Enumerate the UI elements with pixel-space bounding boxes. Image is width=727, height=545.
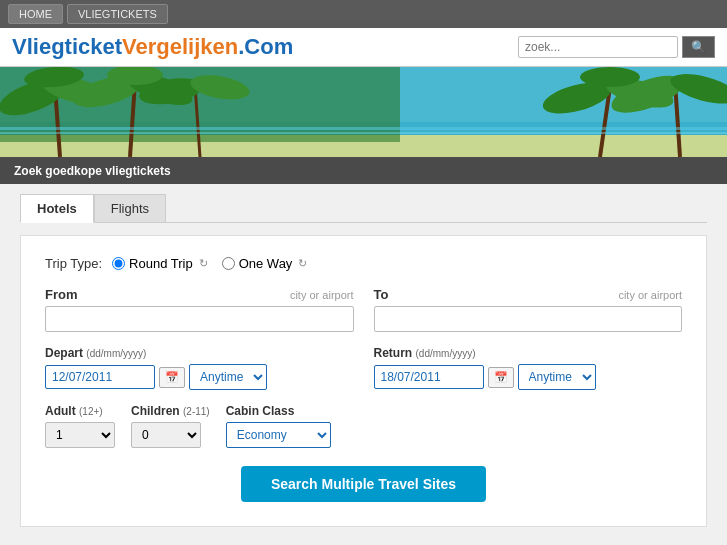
svg-rect-23 [0, 132, 727, 134]
trip-type-row: Trip Type: Round Trip ↻ One Way ↻ [45, 256, 682, 271]
svg-rect-22 [0, 127, 727, 130]
gray-banner: Zoek goedkope vliegtickets [0, 157, 727, 184]
round-trip-label: Round Trip [129, 256, 193, 271]
tab-flights[interactable]: Flights [94, 194, 166, 222]
from-to-row: From city or airport To city or airport [45, 287, 682, 332]
depart-calendar-icon[interactable]: 📅 [159, 367, 185, 388]
children-label: Children (2-11) [131, 404, 210, 418]
children-group: Children (2-11) 0 1 2 3 4 [131, 404, 210, 448]
depart-anytime-select[interactable]: Anytime [189, 364, 267, 390]
search-travel-button[interactable]: Search Multiple Travel Sites [241, 466, 486, 502]
adult-label: Adult (12+) [45, 404, 115, 418]
one-way-option[interactable]: One Way ↻ [222, 256, 308, 271]
adult-select[interactable]: 1 2 3 4 5 6 [45, 422, 115, 448]
return-label: Return (dd/mm/yyyy) [374, 346, 683, 360]
to-input[interactable] [374, 306, 683, 332]
to-hint: city or airport [618, 289, 682, 301]
tab-bar: Hotels Flights [20, 194, 707, 223]
from-label: From [45, 287, 78, 302]
form-area: Trip Type: Round Trip ↻ One Way ↻ From [20, 235, 707, 527]
home-nav-button[interactable]: HOME [8, 4, 63, 24]
one-way-radio[interactable] [222, 257, 235, 270]
round-trip-icon: ↻ [199, 257, 208, 270]
adult-group: Adult (12+) 1 2 3 4 5 6 [45, 404, 115, 448]
top-nav: HOME VLIEGTICKETS [0, 0, 727, 28]
hero-image [0, 67, 727, 157]
to-label: To [374, 287, 389, 302]
from-hint: city or airport [290, 289, 354, 301]
logo-part2: Vergelijken [122, 34, 238, 59]
logo-part1: Vliegticket [12, 34, 122, 59]
date-row: Depart (dd/mm/yyyy) 📅 Anytime Return (dd… [45, 346, 682, 390]
depart-date-input[interactable] [45, 365, 155, 389]
return-anytime-select[interactable]: Anytime [518, 364, 596, 390]
depart-group: Depart (dd/mm/yyyy) 📅 Anytime [45, 346, 354, 390]
logo: VliegticketVergelijken.Com [12, 34, 293, 60]
logo-part3: .Com [238, 34, 293, 59]
return-input-row: 📅 Anytime [374, 364, 683, 390]
cabin-label: Cabin Class [226, 404, 331, 418]
search-input[interactable] [518, 36, 678, 58]
banner-text: Zoek goedkope vliegtickets [14, 164, 171, 178]
round-trip-option[interactable]: Round Trip ↻ [112, 256, 208, 271]
one-way-icon: ↻ [298, 257, 307, 270]
cabin-group: Cabin Class Economy Business First Class [226, 404, 331, 448]
children-select[interactable]: 0 1 2 3 4 [131, 422, 201, 448]
svg-point-18 [580, 67, 640, 87]
depart-label: Depart (dd/mm/yyyy) [45, 346, 354, 360]
from-input[interactable] [45, 306, 354, 332]
from-group: From city or airport [45, 287, 354, 332]
depart-input-row: 📅 Anytime [45, 364, 354, 390]
to-header: To city or airport [374, 287, 683, 302]
options-row: Adult (12+) 1 2 3 4 5 6 Children (2-11) … [45, 404, 682, 448]
header-search: 🔍 [518, 36, 715, 58]
return-calendar-icon[interactable]: 📅 [488, 367, 514, 388]
cabin-class-select[interactable]: Economy Business First Class [226, 422, 331, 448]
one-way-label: One Way [239, 256, 293, 271]
return-date-input[interactable] [374, 365, 484, 389]
main-content: Hotels Flights Trip Type: Round Trip ↻ O… [0, 184, 727, 545]
header: VliegticketVergelijken.Com 🔍 [0, 28, 727, 67]
search-button[interactable]: 🔍 [682, 36, 715, 58]
vliegtickets-nav-button[interactable]: VLIEGTICKETS [67, 4, 168, 24]
return-group: Return (dd/mm/yyyy) 📅 Anytime [374, 346, 683, 390]
tab-hotels[interactable]: Hotels [20, 194, 94, 223]
round-trip-radio[interactable] [112, 257, 125, 270]
trip-type-radio-group: Round Trip ↻ One Way ↻ [112, 256, 307, 271]
to-group: To city or airport [374, 287, 683, 332]
from-header: From city or airport [45, 287, 354, 302]
trip-type-label: Trip Type: [45, 256, 102, 271]
